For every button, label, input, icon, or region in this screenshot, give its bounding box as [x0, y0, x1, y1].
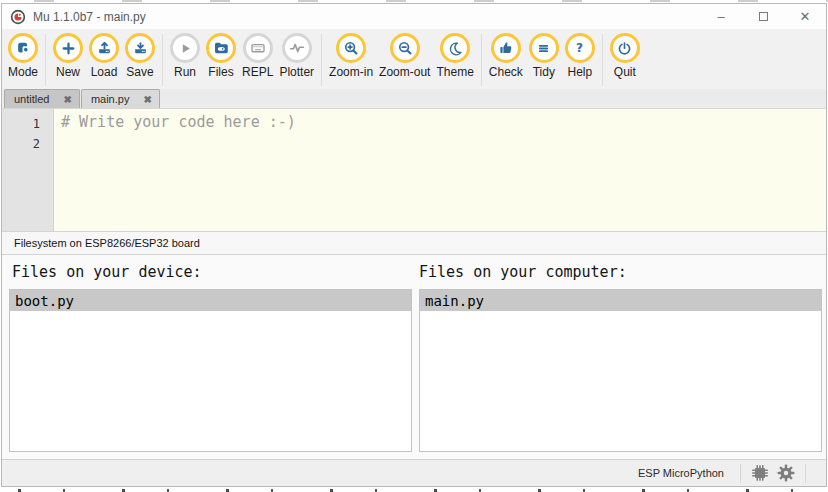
- plotter-button[interactable]: Plotter: [276, 33, 317, 79]
- run-button[interactable]: Run: [167, 33, 203, 79]
- moon-icon: [447, 40, 464, 57]
- title-bar: Mu 1.1.0b7 - main.py – ✕: [2, 4, 826, 29]
- zoom-out-label: Zoom-out: [379, 65, 430, 79]
- toolbar-separator: [45, 34, 46, 86]
- zoom-out-button[interactable]: Zoom-out: [376, 33, 433, 79]
- line-number: 2: [2, 134, 40, 154]
- check-button[interactable]: Check: [486, 33, 526, 79]
- play-icon: [177, 40, 194, 57]
- tab-untitled[interactable]: untitled ✖: [4, 89, 80, 108]
- toolbar: Mode New Load Save: [2, 29, 826, 89]
- quit-button[interactable]: Quit: [607, 33, 643, 79]
- desktop-background-top: [0, 0, 828, 2]
- quit-label: Quit: [614, 65, 636, 79]
- maximize-button[interactable]: [742, 4, 784, 29]
- zoom-in-icon: [342, 39, 360, 57]
- waveform-icon: [288, 39, 306, 57]
- tab-bar: untitled ✖ main.py ✖: [2, 89, 826, 109]
- tab-main-py-label: main.py: [91, 93, 130, 105]
- svg-text:?: ?: [576, 41, 583, 55]
- tab-close-icon[interactable]: ✖: [143, 94, 151, 105]
- lines-icon: [535, 40, 552, 57]
- computer-files-list[interactable]: main.py: [419, 289, 822, 452]
- computer-files-title: Files on your computer:: [419, 263, 627, 281]
- device-file-row[interactable]: boot.py: [10, 290, 411, 311]
- line-number-gutter: 1 2: [2, 109, 54, 231]
- theme-label: Theme: [436, 65, 473, 79]
- code-editor: 1 2 # Write your code here :-): [2, 109, 826, 231]
- status-bar: ESP MicroPython: [2, 459, 826, 486]
- zoom-out-icon: [396, 39, 414, 57]
- maximize-icon: [759, 12, 768, 21]
- toolbar-separator: [481, 34, 482, 86]
- new-button[interactable]: New: [50, 33, 86, 79]
- thumbs-up-icon: [497, 39, 515, 57]
- tab-untitled-label: untitled: [14, 93, 49, 105]
- toolbar-separator: [321, 34, 322, 86]
- device-files-title: Files on your device:: [12, 263, 202, 281]
- download-icon: [132, 40, 149, 57]
- help-button[interactable]: ? Help: [562, 33, 598, 79]
- mu-app-icon: [10, 9, 26, 25]
- close-button[interactable]: ✕: [784, 4, 826, 29]
- code-text-area[interactable]: # Write your code here :-): [54, 109, 826, 231]
- run-label: Run: [174, 65, 196, 79]
- save-label: Save: [126, 65, 153, 79]
- tidy-label: Tidy: [533, 65, 555, 79]
- filesystem-header-label: Filesystem on ESP8266/ESP32 board: [14, 237, 200, 249]
- settings-button[interactable]: [773, 460, 799, 486]
- folder-icon: [212, 39, 230, 57]
- board-mode-label: ESP MicroPython: [638, 467, 724, 479]
- toolbar-separator: [162, 34, 163, 86]
- new-label: New: [56, 65, 80, 79]
- zoom-in-button[interactable]: Zoom-in: [326, 33, 376, 79]
- chip-icon: [749, 462, 771, 484]
- window-controls: – ✕: [700, 4, 826, 29]
- line-number: 1: [2, 114, 40, 134]
- minimize-button[interactable]: –: [700, 4, 742, 29]
- repl-button[interactable]: REPL: [239, 33, 276, 79]
- computer-file-name: main.py: [425, 293, 484, 309]
- gear-icon: [775, 462, 797, 484]
- files-label: Files: [208, 65, 233, 79]
- filesystem-header: Filesystem on ESP8266/ESP32 board: [2, 231, 826, 255]
- computer-file-row[interactable]: main.py: [420, 290, 821, 311]
- upload-icon: [96, 40, 113, 57]
- minimize-icon: –: [717, 9, 724, 24]
- statusbar-separator: [805, 464, 806, 483]
- chip-admin-button[interactable]: [747, 460, 773, 486]
- save-button[interactable]: Save: [122, 33, 158, 79]
- question-icon: ?: [571, 40, 588, 57]
- mu-editor-window: Mu 1.1.0b7 - main.py – ✕ Mode New: [1, 3, 827, 487]
- power-icon: [616, 40, 633, 57]
- load-label: Load: [91, 65, 118, 79]
- mu-mode-icon: [14, 39, 32, 57]
- plus-icon: [60, 40, 77, 57]
- theme-button[interactable]: Theme: [433, 33, 476, 79]
- repl-label: REPL: [242, 65, 273, 79]
- filesystem-pane: Files on your device: Files on your comp…: [2, 255, 826, 459]
- device-files-list[interactable]: boot.py: [9, 289, 412, 452]
- files-button[interactable]: Files: [203, 33, 239, 79]
- close-icon: ✕: [800, 9, 811, 24]
- statusbar-separator: [740, 464, 741, 483]
- keyboard-icon: [249, 39, 267, 57]
- check-label: Check: [489, 65, 523, 79]
- zoom-in-label: Zoom-in: [329, 65, 373, 79]
- code-line: # Write your code here :-): [61, 112, 826, 132]
- mode-button[interactable]: Mode: [5, 33, 41, 79]
- device-file-name: boot.py: [15, 293, 74, 309]
- plotter-label: Plotter: [279, 65, 314, 79]
- help-label: Help: [567, 65, 592, 79]
- toolbar-separator: [602, 34, 603, 86]
- mode-label: Mode: [8, 65, 38, 79]
- tab-close-icon[interactable]: ✖: [63, 94, 71, 105]
- window-title: Mu 1.1.0b7 - main.py: [33, 10, 700, 24]
- tab-main-py[interactable]: main.py ✖: [81, 89, 160, 108]
- tidy-button[interactable]: Tidy: [526, 33, 562, 79]
- load-button[interactable]: Load: [86, 33, 122, 79]
